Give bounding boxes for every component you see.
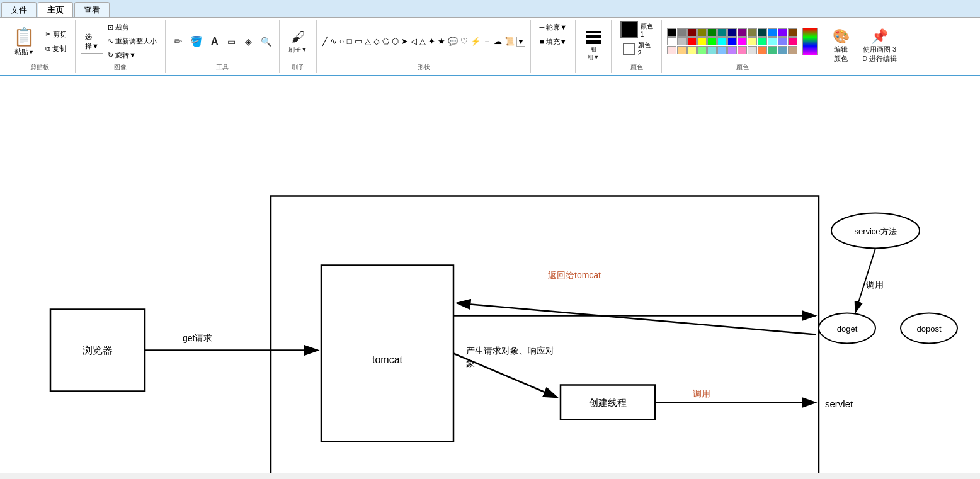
shape-oval[interactable]: ○ — [339, 36, 345, 47]
tab-home[interactable]: 主页 — [38, 2, 73, 17]
color-olive[interactable] — [697, 28, 707, 37]
thick-line-2 — [586, 35, 601, 38]
shape-arrow-r[interactable]: ➤ — [401, 36, 409, 47]
color-orange[interactable] — [758, 46, 767, 54]
color-teal[interactable] — [717, 28, 727, 37]
tools-label: 工具 — [216, 62, 229, 72]
color-gray1[interactable] — [677, 28, 687, 37]
shape-hexagon[interactable]: ⬡ — [391, 36, 399, 47]
select-button[interactable]: 选择▼ — [81, 30, 103, 54]
shape-scroll[interactable]: 📜 — [504, 36, 515, 47]
color-lightgray[interactable] — [748, 46, 757, 54]
color-lemon[interactable] — [687, 46, 697, 54]
ribbon-group-outline: ─ 轮廓▼ ■ 填充▼ — [531, 20, 576, 73]
color1-swatch[interactable] — [620, 21, 638, 38]
color-lightcyan[interactable] — [768, 37, 777, 45]
tab-view[interactable]: 查看 — [74, 2, 110, 17]
outline-button[interactable]: ─ 轮廓▼ — [536, 21, 570, 34]
use-3d-button[interactable]: 📌 使用画图 3D 进行编辑 — [858, 26, 901, 66]
edit-color-button[interactable]: 🎨 编辑颜色 — [828, 26, 853, 66]
thickness-button[interactable]: 粗细▼ — [581, 28, 606, 64]
shape-roundrect[interactable]: ▭ — [354, 36, 363, 47]
shape-plus[interactable]: ＋ — [482, 35, 492, 48]
ribbon-group-brush: 🖌 刷子▼ 刷子 — [280, 20, 317, 73]
shape-star5[interactable]: ★ — [437, 36, 446, 47]
color-hotpink[interactable] — [788, 37, 797, 45]
color-black[interactable] — [667, 28, 676, 37]
color-bubblegum[interactable] — [738, 46, 747, 54]
color-springgreen[interactable] — [758, 37, 767, 45]
rotate-button[interactable]: ↻ 旋转▼ — [105, 48, 160, 62]
shape-rect[interactable]: □ — [346, 36, 353, 47]
color-red[interactable] — [687, 37, 697, 45]
color-navy[interactable] — [727, 28, 737, 37]
color-purple[interactable] — [738, 28, 747, 37]
thickness-items: 粗细▼ — [581, 21, 606, 70]
color-yellow[interactable] — [697, 37, 707, 45]
brush-button[interactable]: 🖌 刷子▼ — [285, 26, 311, 57]
color-palette — [667, 28, 797, 54]
fill-button[interactable]: 🪣 — [188, 33, 205, 50]
generate-label: 产生请求对象、响应对 — [466, 346, 554, 356]
gradient-swatch[interactable] — [802, 28, 818, 55]
shape-arrow-l[interactable]: ◁ — [410, 36, 418, 47]
shape-curve[interactable]: ∿ — [329, 36, 338, 47]
shape-more[interactable]: ▼ — [516, 37, 526, 47]
color-skyblue[interactable] — [717, 46, 727, 54]
color-brown[interactable] — [788, 28, 797, 37]
color-darkyellow[interactable] — [748, 28, 757, 37]
color-blue[interactable] — [727, 37, 737, 45]
color-darkgreen[interactable] — [707, 28, 717, 37]
color-white[interactable] — [667, 37, 676, 45]
resize-button[interactable]: ⤡ 重新调整大小 — [105, 35, 160, 48]
tab-file[interactable]: 文件 — [1, 2, 37, 17]
color-peach[interactable] — [677, 46, 687, 54]
picker-button[interactable]: ◈ — [241, 34, 256, 49]
color-lavender[interactable] — [727, 46, 737, 54]
color-magenta[interactable] — [738, 37, 747, 45]
color-steel[interactable] — [778, 46, 787, 54]
pencil-button[interactable]: ✏ — [171, 33, 186, 50]
color-lightaqua[interactable] — [707, 46, 717, 54]
shape-callout[interactable]: 💬 — [447, 36, 459, 47]
shape-arrow-u[interactable]: △ — [419, 36, 426, 47]
color-tan[interactable] — [788, 46, 797, 54]
image-ops: ⊡ 裁剪 ⤡ 重新调整大小 ↻ 旋转▼ — [105, 21, 160, 62]
color-lightblue[interactable] — [778, 37, 787, 45]
text-button[interactable]: A — [207, 33, 222, 50]
canvas-area[interactable]: 浏览器 tomcat 创建线程 get请求 返回给tomcat 产生请求对象、响… — [0, 76, 980, 473]
color-lightyellow[interactable] — [748, 37, 757, 45]
copy-button[interactable]: ⧉ 复制 — [42, 42, 70, 55]
copy-label: 复制 — [52, 44, 66, 54]
color2-swatch[interactable] — [623, 43, 635, 55]
shape-star4[interactable]: ✦ — [428, 36, 436, 47]
call-label: 调用 — [866, 279, 884, 290]
shape-cloud[interactable]: ☁ — [493, 36, 503, 47]
eraser-button[interactable]: ▭ — [224, 34, 239, 49]
color-violet[interactable] — [778, 28, 787, 37]
fill-color-button[interactable]: ■ 填充▼ — [537, 35, 570, 48]
color-mint[interactable] — [768, 46, 777, 54]
color-azure[interactable] — [768, 28, 777, 37]
outline-items: ─ 轮廓▼ ■ 填充▼ — [536, 21, 570, 70]
ribbon-group-thickness: 粗细▼ — [576, 20, 612, 73]
paste-button[interactable]: 📋 粘贴▼ — [9, 23, 40, 60]
shape-lightning[interactable]: ⚡ — [470, 36, 481, 47]
color-lightgreen[interactable] — [697, 46, 707, 54]
crop-button[interactable]: ⊡ 裁剪 — [105, 21, 160, 34]
color-lightpink[interactable] — [667, 46, 676, 54]
zoom-button[interactable]: 🔍 — [258, 34, 274, 49]
color-silver[interactable] — [677, 37, 687, 45]
color-darktealgray[interactable] — [758, 28, 767, 37]
shape-diamond[interactable]: ◇ — [373, 36, 380, 47]
shape-pentagon[interactable]: ⬠ — [382, 36, 390, 47]
cut-button[interactable]: ✂ 剪切 — [42, 28, 70, 41]
color-cyan[interactable] — [717, 37, 727, 45]
color-lime[interactable] — [707, 37, 717, 45]
shape-line[interactable]: ╱ — [322, 36, 328, 47]
color-darkred[interactable] — [687, 28, 697, 37]
palette-row3 — [667, 46, 797, 54]
shape-triangle[interactable]: △ — [364, 36, 372, 47]
shape-heart[interactable]: ♡ — [460, 36, 469, 47]
generate-label2: 象 — [466, 358, 475, 368]
